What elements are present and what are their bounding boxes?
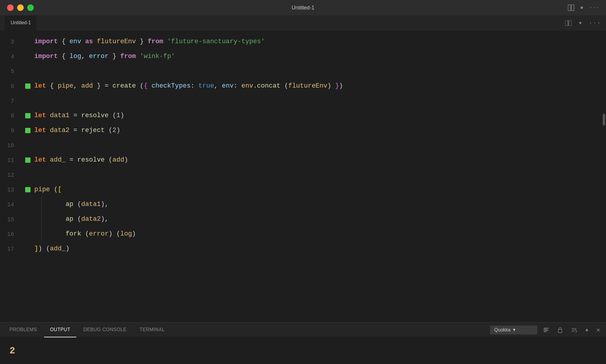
- code-tokens: ]) (add_): [32, 246, 70, 252]
- minimize-button[interactable]: [17, 4, 24, 11]
- tab-problems[interactable]: PROBLEMS: [4, 323, 43, 337]
- code-tokens: let data2 = reject (2): [32, 127, 120, 134]
- code-line: 10: [0, 138, 602, 153]
- code-line: 16 fork (error) (log): [0, 227, 602, 241]
- svg-rect-8: [558, 329, 562, 333]
- line-number: 6: [0, 83, 24, 90]
- coverage-indicator: [25, 83, 30, 89]
- coverage-indicator: [25, 113, 30, 118]
- svg-rect-5: [544, 329, 548, 330]
- gutter-indicator: [24, 128, 32, 133]
- code-line: 14 ap (data1),: [0, 197, 602, 212]
- code-tokens: let data1 = resolve (1): [32, 112, 124, 119]
- svg-rect-0: [568, 5, 571, 11]
- line-number: 13: [0, 186, 24, 193]
- panel-tabs: PROBLEMS OUTPUT DEBUG CONSOLE TERMINAL Q…: [0, 323, 606, 337]
- output-selector[interactable]: Quokka ▼: [490, 326, 537, 334]
- scrollbar-thumb[interactable]: [603, 114, 605, 125]
- maximize-button[interactable]: [27, 4, 34, 11]
- code-tokens: fork (error) (log): [32, 231, 136, 237]
- lock-icon[interactable]: [555, 326, 565, 334]
- svg-rect-1: [571, 5, 574, 11]
- tab-bar: Untitled-1 ● ···: [0, 15, 606, 31]
- close-button[interactable]: [7, 4, 14, 11]
- chevron-up-icon[interactable]: ▲: [583, 326, 591, 334]
- scroll-icon[interactable]: [569, 326, 579, 334]
- output-selector-value: Quokka: [494, 327, 510, 333]
- bottom-panel: PROBLEMS OUTPUT DEBUG CONSOLE TERMINAL Q…: [0, 322, 606, 364]
- svg-rect-6: [544, 330, 548, 331]
- code-container: 3import { env as flutureEnv } from 'flut…: [0, 31, 602, 322]
- tab-terminal[interactable]: TERMINAL: [134, 323, 171, 337]
- svg-rect-4: [544, 328, 549, 328]
- line-number: 16: [0, 231, 24, 238]
- code-tokens: import { log, error } from 'wink-fp': [32, 53, 175, 60]
- code-line: 3import { env as flutureEnv } from 'flut…: [0, 34, 602, 49]
- code-line: 4import { log, error } from 'wink-fp': [0, 49, 602, 64]
- tab-output[interactable]: OUTPUT: [44, 323, 76, 337]
- coverage-indicator: [25, 157, 30, 163]
- window-title: Untitled-1: [291, 5, 314, 11]
- svg-rect-7: [544, 331, 547, 332]
- traffic-lights: [7, 4, 34, 11]
- code-tokens: ap (data2),: [32, 216, 109, 223]
- code-tokens: pipe ([: [32, 186, 62, 193]
- code-tokens: let add_ = resolve (add): [32, 157, 128, 163]
- circle-status-icon: ●: [579, 20, 582, 26]
- output-value: 2: [9, 345, 15, 356]
- svg-rect-2: [565, 20, 568, 26]
- more-actions-icon[interactable]: ···: [589, 5, 599, 11]
- coverage-indicator: [25, 128, 30, 133]
- title-bar: Untitled-1 ● ···: [0, 0, 606, 15]
- line-number: 3: [0, 38, 24, 45]
- scrollbar[interactable]: [602, 31, 606, 322]
- gutter-indicator: [24, 157, 32, 163]
- tab-bar-actions: ● ···: [565, 20, 601, 26]
- panel-content: 2: [0, 337, 606, 364]
- code-line: 9let data2 = reject (2): [0, 123, 602, 138]
- line-number: 4: [0, 53, 24, 60]
- code-line: 17]) (add_): [0, 241, 602, 256]
- svg-rect-3: [569, 20, 572, 26]
- code-line: 11let add_ = resolve (add): [0, 153, 602, 167]
- code-line: 15 ap (data2),: [0, 212, 602, 227]
- editor-area[interactable]: 3import { env as flutureEnv } from 'flut…: [0, 31, 606, 322]
- code-tokens: ap (data1),: [32, 201, 109, 208]
- line-number: 9: [0, 127, 24, 134]
- panel-tab-actions: Quokka ▼: [490, 325, 602, 335]
- split-view-icon[interactable]: [565, 20, 572, 26]
- line-number: 14: [0, 201, 24, 208]
- split-editor-icon[interactable]: [568, 4, 574, 11]
- coverage-indicator: [25, 187, 30, 192]
- line-number: 10: [0, 142, 24, 149]
- line-number: 12: [0, 172, 24, 178]
- gutter-indicator: [24, 113, 32, 118]
- tab-untitled-1[interactable]: Untitled-1: [5, 15, 37, 31]
- title-bar-actions: ● ···: [568, 4, 599, 11]
- more-icon[interactable]: ···: [589, 20, 601, 26]
- line-number: 7: [0, 98, 24, 104]
- tab-label: Untitled-1: [11, 20, 31, 25]
- line-number: 5: [0, 68, 24, 75]
- circle-icon: ●: [580, 5, 584, 11]
- gutter-indicator: [24, 187, 32, 192]
- code-line: 12: [0, 167, 602, 182]
- close-panel-icon[interactable]: ✕: [594, 325, 602, 335]
- clear-output-icon[interactable]: [541, 326, 552, 334]
- line-number: 11: [0, 157, 24, 164]
- code-line: 6let { pipe, add } = create ({ checkType…: [0, 79, 602, 94]
- code-line: 5: [0, 64, 602, 79]
- code-line: 13pipe ([: [0, 182, 602, 197]
- code-tokens: let { pipe, add } = create ({ checkTypes…: [32, 83, 343, 89]
- chevron-down-icon: ▼: [513, 328, 515, 332]
- line-number: 8: [0, 112, 24, 119]
- gutter-indicator: [24, 83, 32, 89]
- code-line: 8let data1 = resolve (1): [0, 108, 602, 123]
- line-number: 15: [0, 216, 24, 223]
- line-number: 17: [0, 246, 24, 252]
- code-line: 7: [0, 94, 602, 108]
- code-tokens: import { env as flutureEnv } from 'flutu…: [32, 38, 265, 45]
- tab-debug-console[interactable]: DEBUG CONSOLE: [78, 323, 133, 337]
